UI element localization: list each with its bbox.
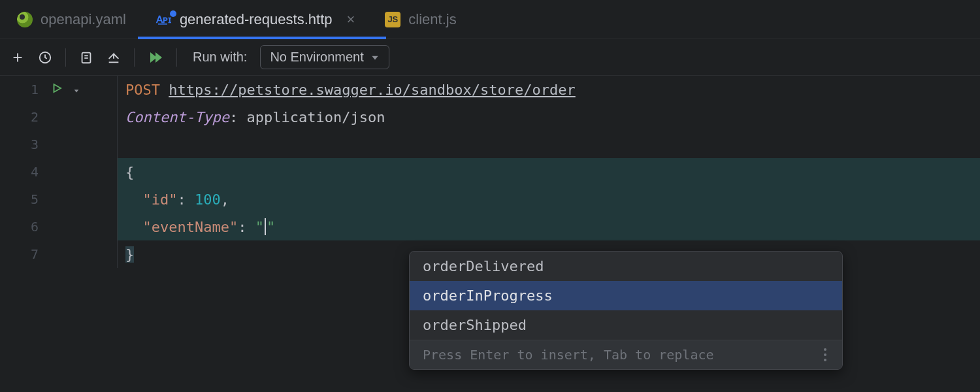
environment-select[interactable]: No Environment bbox=[260, 45, 389, 69]
gutter-line: 1 bbox=[0, 76, 117, 103]
tab-label: generated-requests.http bbox=[180, 11, 333, 28]
toolbar-separator bbox=[65, 48, 66, 67]
code-line: "id": 100, bbox=[118, 186, 980, 213]
gutter-line: 5 bbox=[0, 186, 117, 213]
code-line: POST https://petstore.swagger.io/sandbox… bbox=[118, 76, 980, 103]
editor-toolbar: Run with: No Environment bbox=[0, 39, 980, 76]
history-icon[interactable] bbox=[38, 50, 52, 65]
gutter-line: 4 bbox=[0, 158, 117, 186]
code-line bbox=[118, 131, 980, 158]
code-line: "eventName": "" bbox=[118, 213, 980, 240]
run-all-icon[interactable] bbox=[148, 50, 163, 65]
completion-item[interactable]: orderShipped bbox=[410, 310, 842, 340]
tab-generated-requests[interactable]: A͟ᴘɪ generated-requests.http × bbox=[151, 0, 360, 39]
completion-item[interactable]: orderInProgress bbox=[410, 281, 842, 310]
tab-client-js[interactable]: JS client.js bbox=[380, 0, 461, 39]
environment-value: No Environment bbox=[270, 50, 363, 65]
svg-marker-8 bbox=[155, 52, 162, 63]
import-icon[interactable] bbox=[106, 50, 121, 65]
run-gutter-icon[interactable] bbox=[51, 82, 80, 97]
svg-marker-11 bbox=[74, 90, 79, 92]
openapi-icon bbox=[17, 12, 33, 27]
completion-hint: Press Enter to insert, Tab to replace bbox=[410, 340, 842, 369]
tab-openapi-yaml[interactable]: openapi.yaml bbox=[12, 0, 131, 39]
text-caret bbox=[265, 218, 266, 235]
add-icon[interactable] bbox=[10, 50, 25, 65]
close-icon[interactable]: × bbox=[346, 11, 355, 28]
more-icon[interactable] bbox=[824, 348, 829, 361]
code-line: { bbox=[118, 158, 980, 186]
gutter-line: 7 bbox=[0, 240, 117, 268]
completion-item[interactable]: orderDelivered bbox=[410, 252, 842, 281]
code-editor[interactable]: 1 2 3 4 5 6 7 POST https://petstore.swag… bbox=[0, 76, 980, 268]
svg-marker-9 bbox=[372, 56, 378, 59]
code-area[interactable]: POST https://petstore.swagger.io/sandbox… bbox=[118, 76, 980, 268]
gutter-line: 6 bbox=[0, 213, 117, 240]
gutter-line: 2 bbox=[0, 103, 117, 131]
toolbar-separator bbox=[176, 48, 177, 67]
examples-icon[interactable] bbox=[79, 50, 93, 65]
chevron-down-icon bbox=[73, 88, 80, 94]
svg-marker-10 bbox=[54, 84, 61, 92]
js-icon: JS bbox=[385, 12, 400, 27]
chevron-down-icon bbox=[370, 53, 380, 62]
code-line: Content-Type: application/json bbox=[118, 103, 980, 131]
api-icon: A͟ᴘɪ bbox=[156, 14, 172, 25]
gutter-line: 3 bbox=[0, 131, 117, 158]
tab-label: openapi.yaml bbox=[41, 11, 126, 28]
completion-popup: orderDelivered orderInProgress orderShip… bbox=[409, 251, 843, 370]
editor-tabs: openapi.yaml A͟ᴘɪ generated-requests.htt… bbox=[0, 0, 980, 39]
gutter: 1 2 3 4 5 6 7 bbox=[0, 76, 118, 268]
run-with-label: Run with: bbox=[193, 50, 247, 65]
toolbar-separator bbox=[134, 48, 135, 67]
tab-label: client.js bbox=[408, 11, 456, 28]
